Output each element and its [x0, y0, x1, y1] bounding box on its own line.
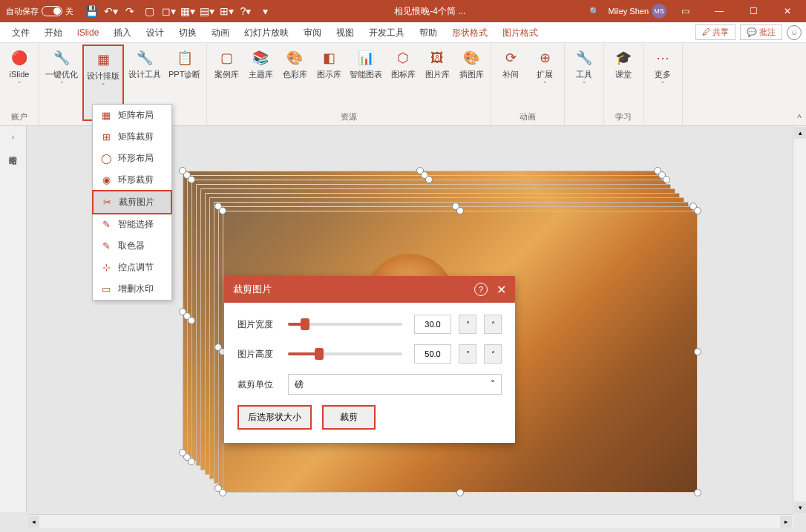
selection-handle[interactable] [219, 207, 226, 214]
dropdown-dropper[interactable]: ✎取色器 [93, 235, 171, 257]
height-step-down-icon[interactable]: ˅ [459, 344, 476, 364]
autosave-toggle[interactable]: 自动保存 关 [0, 6, 79, 17]
selection-handle[interactable] [456, 207, 464, 214]
layout-dropdown-icon[interactable]: ▤▾ [198, 2, 216, 20]
unit-select[interactable]: 磅 ˅ [288, 374, 502, 395]
dialog-close-icon[interactable]: ✕ [497, 283, 506, 297]
scroll-down-icon[interactable]: ▾ [794, 502, 806, 513]
ribbon-课堂-button[interactable]: 🎓课堂 [607, 45, 640, 110]
dropdown-item-label: 裁剪图片 [119, 196, 154, 208]
feedback-icon[interactable]: ☺ [787, 25, 802, 40]
ribbon-btn-label: 工具 [576, 70, 592, 79]
width-slider[interactable] [288, 323, 402, 326]
ribbon-图示库-button[interactable]: ◧图示库 [312, 45, 345, 110]
tab-picture-format[interactable]: 图片格式 [495, 22, 545, 43]
dropdown-watermark[interactable]: ▭增删水印 [93, 278, 171, 300]
crop-button[interactable]: 裁剪 [322, 405, 376, 430]
ribbon-主题库-button[interactable]: 📚主题库 [244, 45, 277, 110]
dropdown-grid[interactable]: ▦矩阵布局 [93, 105, 171, 126]
ribbon-色彩库-button[interactable]: 🎨色彩库 [278, 45, 311, 110]
undo-icon[interactable]: ↶▾ [102, 2, 119, 20]
selection-handle[interactable] [694, 348, 701, 355]
tab-insert[interactable]: 插入 [106, 22, 139, 43]
match-last-shape-button[interactable]: 后选形状大小 [237, 405, 312, 430]
ribbon-插图库-button[interactable]: 🎨插图库 [455, 45, 488, 110]
selection-handle[interactable] [425, 176, 433, 183]
align-dropdown-icon[interactable]: ⊞▾ [217, 2, 235, 20]
shape-dropdown-icon[interactable]: ◻▾ [160, 2, 177, 20]
from-beginning-icon[interactable]: ▢ [140, 2, 158, 20]
tab-shape-format[interactable]: 形状格式 [445, 22, 495, 43]
tab-view[interactable]: 视图 [329, 22, 361, 43]
ribbon-更多-button[interactable]: ⋯更多˅ [646, 45, 679, 121]
selection-handle[interactable] [188, 317, 195, 324]
ribbon-图片库-button[interactable]: 🖼图片库 [421, 45, 453, 110]
comment-button[interactable]: 💬 批注 [740, 24, 782, 40]
dropdown-wand[interactable]: ✎智能选择 [93, 214, 171, 235]
ribbon-iSlide-button[interactable]: 🔴iSlide˅ [3, 45, 36, 110]
dialog-help-icon[interactable]: ? [474, 283, 488, 296]
qat-overflow-icon[interactable]: ▾ [256, 2, 274, 20]
unit-value: 磅 [295, 378, 304, 391]
minimize-icon[interactable]: — [704, 0, 735, 22]
scroll-left-icon[interactable]: ◂ [27, 516, 39, 528]
tab-review[interactable]: 审阅 [296, 22, 329, 43]
tab-slideshow[interactable]: 幻灯片放映 [237, 22, 296, 43]
ribbon-扩展-button[interactable]: ⊕扩展˅ [528, 45, 561, 110]
close-icon[interactable]: ✕ [772, 0, 803, 22]
save-icon[interactable]: 💾 [82, 2, 100, 20]
expand-icon[interactable]: › [12, 132, 15, 141]
tab-transition[interactable]: 切换 [171, 22, 204, 43]
tab-islide[interactable]: iSlide [70, 22, 106, 43]
selection-handle[interactable] [663, 176, 670, 183]
vertical-scrollbar[interactable]: ▴ ▾ [793, 126, 806, 514]
width-step-up-icon[interactable]: ˄ [484, 315, 502, 334]
ribbon-display-icon[interactable]: ▭ [669, 0, 701, 22]
dropdown-ring-crop[interactable]: ◉环形裁剪 [93, 169, 171, 191]
ribbon-工具-button[interactable]: 🔧工具˅ [568, 45, 600, 121]
dropdown-nodes[interactable]: ⊹控点调节 [93, 257, 171, 278]
tab-animation[interactable]: 动画 [204, 22, 237, 43]
dropdown-crop[interactable]: ✂裁剪图片 [92, 190, 172, 214]
scroll-right-icon[interactable]: ▸ [780, 516, 792, 528]
selection-handle[interactable] [219, 489, 226, 496]
grid-crop-icon: ⊞ [100, 131, 112, 143]
ribbon-智能图表-button[interactable]: 📊智能图表 [347, 45, 385, 110]
selection-handle[interactable] [694, 207, 701, 214]
redo-icon[interactable]: ↷ [121, 2, 139, 20]
height-step-up-icon[interactable]: ˄ [484, 344, 502, 364]
ribbon-图标库-button[interactable]: ⬡图标库 [387, 45, 419, 110]
ribbon-一键优化-button[interactable]: 🔧一键优化˅ [42, 45, 81, 121]
task-dropdown-icon[interactable]: ▦▾ [179, 2, 197, 20]
dropdown-ring[interactable]: ◯环形布局 [93, 148, 171, 169]
height-input[interactable] [414, 344, 451, 364]
help-dropdown-icon[interactable]: ?▾ [237, 2, 255, 20]
selection-handle[interactable] [694, 489, 701, 496]
tab-dev[interactable]: 开发工具 [361, 22, 412, 43]
width-input[interactable] [414, 315, 451, 334]
search-icon[interactable]: 🔍 [583, 7, 606, 16]
ribbon-补间-button[interactable]: ⟳补间 [494, 45, 527, 110]
horizontal-scrollbar[interactable]: ◂ ▸ [27, 514, 793, 528]
autosave-state: 关 [65, 6, 73, 17]
collapse-ribbon-icon[interactable]: ^ [797, 113, 802, 123]
height-slider[interactable] [288, 352, 402, 355]
dropper-icon: ✎ [100, 240, 112, 252]
user-avatar[interactable]: MS [652, 4, 666, 19]
selection-handle[interactable] [188, 458, 195, 465]
tab-file[interactable]: 文件 [4, 22, 37, 43]
selection-handle[interactable] [456, 489, 464, 496]
scroll-up-icon[interactable]: ▴ [794, 127, 806, 139]
share-button[interactable]: 🖊 共享 [695, 24, 735, 40]
tab-home[interactable]: 开始 [37, 22, 70, 43]
selection-handle[interactable] [188, 176, 195, 183]
dropdown-grid-crop[interactable]: ⊞矩阵裁剪 [93, 126, 171, 148]
ribbon-btn-label: 更多 [655, 70, 671, 79]
tab-design[interactable]: 设计 [139, 22, 171, 43]
dialog-titlebar[interactable]: 裁剪图片 ? ✕ [224, 276, 515, 303]
thumbnail-pane-collapsed[interactable]: › 缩略图 [0, 126, 27, 512]
width-step-down-icon[interactable]: ˅ [459, 315, 476, 334]
maximize-icon[interactable]: ☐ [738, 0, 769, 22]
ribbon-案例库-button[interactable]: ▢案例库 [210, 45, 243, 110]
tab-help[interactable]: 帮助 [412, 22, 445, 43]
